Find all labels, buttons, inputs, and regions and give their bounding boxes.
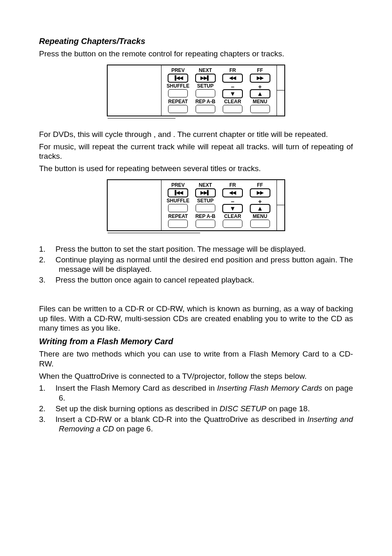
rewind-icon: ◀◀: [229, 76, 236, 80]
label-minus: –: [231, 83, 234, 89]
label-repab: REP A-B: [195, 99, 215, 104]
remote-figure-2: PREV▐◀◀ NEXT▶▶▌ FR◀◀ FF▶▶ SHUFFLE SETUP …: [107, 179, 285, 231]
repab-button: [196, 105, 215, 113]
list-item: 2.Set up the disk burning options as des…: [39, 404, 353, 414]
fr-button: ◀◀: [222, 74, 243, 83]
list-number: 1.: [39, 244, 55, 254]
text: . The current chapter or title will be r…: [173, 130, 328, 139]
paragraph: Press the button on the remote control f…: [39, 49, 353, 59]
label-clear: CLEAR: [224, 99, 241, 104]
text: Press the: [55, 245, 91, 253]
citation: Inserting Flash Memory Cards: [217, 384, 322, 392]
label-ff: FF: [257, 183, 263, 188]
list-item: 2.Continue playing as normal until the d…: [39, 255, 353, 275]
pointer-line-2: [108, 235, 284, 239]
list-item: 1.Press the button to set the start posi…: [39, 244, 353, 254]
remote-button-grid: PREV▐◀◀ NEXT▶▶▌ FR◀◀ FF▶▶ SHUFFLE SETUP …: [161, 65, 277, 116]
up-icon: ▲: [257, 90, 263, 97]
pointer-line-1: [108, 120, 284, 124]
label-plus: +: [258, 198, 262, 204]
ordered-list-1: 1.Press the button to set the start posi…: [39, 244, 353, 285]
list-number: 1.: [39, 383, 55, 393]
clear-button: [223, 220, 242, 228]
up-button: ▲: [250, 204, 270, 213]
paragraph: For DVDs, this will cycle through , and …: [39, 130, 353, 139]
label-fr: FR: [229, 183, 236, 188]
label-next: NEXT: [199, 68, 212, 73]
setup-button: [196, 89, 215, 97]
paragraph: The button is used for repeating between…: [39, 164, 353, 174]
label-repab: REP A-B: [195, 214, 215, 219]
label-prev: PREV: [171, 183, 185, 188]
label-next: NEXT: [199, 183, 212, 188]
prev-icon: ▐◀◀: [173, 76, 183, 80]
text: button again. The: [292, 255, 353, 264]
label-repeat: REPEAT: [168, 214, 188, 219]
list-number: 2.: [39, 404, 55, 414]
down-icon: ▼: [230, 90, 236, 97]
ordered-list-2: 1.Insert the Flash Memory Card as descri…: [39, 383, 353, 434]
remote-figure-1: PREV▐◀◀ NEXT▶▶▌ FR◀◀ FF▶▶ SHUFFLE SETUP …: [107, 65, 285, 116]
list-item: 3.Press the button once again to cancel …: [39, 275, 353, 285]
clear-button: [223, 105, 242, 113]
prev-button: ▐◀◀: [168, 74, 188, 83]
remote-left-blank: [108, 65, 161, 116]
text: button is used for repeating between sev…: [55, 164, 261, 173]
shuffle-button: [168, 204, 188, 212]
remote-right-strip: [277, 180, 284, 230]
label-prev: PREV: [171, 68, 185, 73]
label-clear: CLEAR: [224, 214, 241, 219]
label-menu: MENU: [253, 99, 267, 104]
setup-button: [196, 204, 215, 212]
up-button: ▲: [250, 89, 270, 98]
prev-icon: ▐◀◀: [173, 190, 183, 195]
paragraph: Files can be written to a CD-R or CD-RW,…: [39, 304, 353, 333]
text: For DVDs, this will cycle through: [39, 130, 154, 139]
paragraph: For music, will repeat the current track…: [39, 142, 353, 162]
ff-button: ▶▶: [250, 188, 270, 197]
text: will repeat the current track while: [79, 142, 198, 151]
prev-button: ▐◀◀: [168, 188, 188, 197]
ff-button: ▶▶: [250, 74, 270, 83]
list-item: 3.Insert a CD-RW or a blank CD-R into th…: [39, 415, 353, 434]
text: The: [39, 164, 55, 173]
next-button: ▶▶▌: [195, 74, 216, 83]
label-shuffle: SHUFFLE: [167, 83, 189, 89]
label-ff: FF: [257, 68, 263, 73]
label-shuffle: SHUFFLE: [167, 198, 189, 204]
text: message will be displayed.: [213, 245, 306, 253]
up-icon: ▲: [257, 205, 263, 211]
text: message will be displayed.: [59, 265, 152, 273]
fastforward-icon: ▶▶: [257, 190, 263, 195]
remote-right-strip: [277, 65, 284, 116]
paragraph: When the QuattroDrive is connected to a …: [39, 371, 353, 381]
text: Press the: [55, 276, 91, 284]
label-repeat: REPEAT: [168, 99, 188, 104]
text: on page 6.: [114, 424, 153, 433]
repeat-button: [168, 220, 188, 228]
label-plus: +: [258, 83, 262, 89]
text: button once again to cancel repeated pla…: [91, 276, 254, 284]
citation: DISC SETUP: [219, 404, 266, 413]
section-heading-writing: Writing from a Flash Memory Card: [39, 336, 353, 347]
text: will repeat all tracks.: [198, 142, 272, 151]
repab-button: [196, 220, 215, 228]
text: Insert a CD-RW or a blank CD-R into the …: [55, 415, 307, 424]
down-button: ▼: [222, 204, 243, 213]
repeat-button: [168, 105, 188, 113]
text: Set up the disk burning options as descr…: [55, 404, 219, 413]
next-icon: ▶▶▌: [201, 190, 210, 195]
label-setup: SETUP: [197, 83, 214, 89]
down-button: ▼: [222, 89, 243, 98]
label-fr: FR: [229, 68, 236, 73]
menu-button: [250, 105, 270, 113]
label-setup: SETUP: [197, 198, 214, 204]
fr-button: ◀◀: [222, 188, 243, 197]
text: For music,: [39, 142, 79, 151]
label-menu: MENU: [253, 214, 267, 219]
text: on page 18.: [266, 404, 310, 413]
paragraph: There are two methods which you can use …: [39, 349, 353, 369]
page: Repeating Chapters/Tracks Press the butt…: [0, 0, 392, 459]
fastforward-icon: ▶▶: [257, 76, 263, 80]
text: ,: [154, 130, 158, 139]
